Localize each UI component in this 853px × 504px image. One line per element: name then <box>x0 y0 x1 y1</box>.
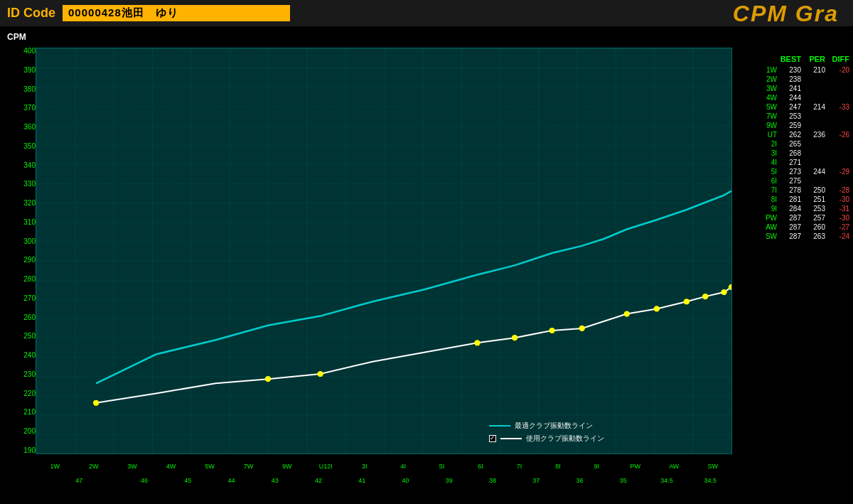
data-row-aw: AW287260-27 <box>736 223 849 231</box>
row-per-13: 250 <box>804 186 825 194</box>
row-club-17: AW <box>761 223 777 231</box>
x-club-3w: 3W <box>113 463 151 470</box>
x-club-3i: 3I <box>345 463 384 470</box>
legend-line-cyan <box>489 425 510 427</box>
row-per-17: 260 <box>804 223 825 231</box>
data-point <box>474 340 480 345</box>
col-header-diff: DIFF <box>828 55 849 63</box>
row-diff-17: -27 <box>828 223 849 231</box>
row-diff-14: -30 <box>828 195 849 203</box>
x-club-u12i: U12I <box>306 463 345 470</box>
y-label-230: 230 <box>23 371 36 378</box>
y-label-290: 290 <box>23 257 36 264</box>
data-point <box>549 328 554 333</box>
row-best-17: 287 <box>780 223 801 231</box>
col-header-per: PER <box>804 55 825 63</box>
y-label-210: 210 <box>23 409 36 416</box>
row-best-3: 244 <box>780 94 801 102</box>
x-club-7i: 7I <box>500 463 538 470</box>
row-best-10: 271 <box>780 159 801 166</box>
data-row-2w: 2W238 <box>736 75 849 83</box>
right-panel: BEST PER DIFF 1W230210-202W2383W2414W244… <box>732 26 853 504</box>
header: ID Code 00000428池田 ゆり CPM Gra <box>0 0 853 26</box>
x-club-pw: PW <box>616 463 655 470</box>
y-label-350: 350 <box>23 143 36 150</box>
row-club-13: 7I <box>761 186 777 194</box>
data-point <box>317 371 323 377</box>
x-num-345b: 34.5 <box>689 477 732 484</box>
chart-container: CPM <box>0 26 732 504</box>
x-club-6i: 6I <box>461 463 500 470</box>
y-label-190: 190 <box>23 447 36 454</box>
x-num-47: 47 <box>36 477 123 484</box>
x-num-39: 39 <box>427 477 471 484</box>
x-club-7w: 7W <box>229 463 267 470</box>
row-per-15: 253 <box>804 205 825 213</box>
row-per-11: 244 <box>804 168 825 176</box>
legend-checkbox <box>489 435 496 442</box>
row-club-11: 5I <box>761 168 777 176</box>
legend-cyan: 最適クラブ振動数ライン <box>489 421 604 431</box>
row-club-1: 2W <box>761 75 777 83</box>
x-club-1w: 1W <box>36 463 74 470</box>
row-best-12: 275 <box>780 177 801 185</box>
row-club-6: 9W <box>761 122 777 129</box>
legend-white: 使用クラブ振動数ライン <box>489 434 604 444</box>
data-rows: 1W230210-202W2383W2414W2445W247214-337W2… <box>736 66 849 242</box>
row-best-14: 281 <box>780 195 801 203</box>
y-label-400: 400 <box>23 48 36 55</box>
x-club-4w: 4W <box>151 463 190 470</box>
data-row-9w: 9W259 <box>736 122 849 129</box>
y-label-330: 330 <box>23 181 36 188</box>
data-row-ut: UT262236-26 <box>736 131 849 139</box>
row-best-4: 247 <box>780 103 801 111</box>
row-club-14: 8I <box>761 195 777 203</box>
x-num-38: 38 <box>471 477 515 484</box>
x-num-46: 46 <box>123 477 166 484</box>
row-diff-13: -28 <box>828 186 849 194</box>
chart-area <box>36 48 732 454</box>
y-label-270: 270 <box>23 295 36 302</box>
y-label-360: 360 <box>23 124 36 131</box>
row-club-7: UT <box>761 131 777 139</box>
svg-rect-2 <box>36 48 731 454</box>
data-point <box>684 299 690 304</box>
row-per-4: 214 <box>804 103 825 111</box>
x-club-4i: 4I <box>384 463 422 470</box>
row-per-0: 210 <box>804 66 825 74</box>
data-row-4w: 4W244 <box>736 94 849 102</box>
x-num-345a: 34.5 <box>645 477 689 484</box>
row-best-6: 259 <box>780 122 801 129</box>
legend: 最適クラブ振動数ライン 使用クラブ振動数ライン <box>489 421 604 444</box>
x-num-42: 42 <box>297 477 340 484</box>
row-club-2: 3W <box>761 85 777 92</box>
row-best-16: 287 <box>780 214 801 222</box>
data-row-2i: 2I265 <box>736 140 849 148</box>
id-code-value: 00000428池田 ゆり <box>63 5 290 21</box>
data-point <box>702 294 708 299</box>
row-best-5: 253 <box>780 112 801 120</box>
row-per-16: 257 <box>804 214 825 222</box>
row-best-0: 230 <box>780 66 801 74</box>
y-label-320: 320 <box>23 200 36 207</box>
x-num-37: 37 <box>515 477 558 484</box>
data-row-pw: PW287257-30 <box>736 214 849 222</box>
row-per-7: 236 <box>804 131 825 139</box>
x-club-2w: 2W <box>74 463 112 470</box>
row-club-4: 5W <box>761 103 777 111</box>
row-diff-18: -24 <box>828 232 849 240</box>
x-club-5w: 5W <box>191 463 229 470</box>
data-point <box>512 335 517 341</box>
x-club-aw: AW <box>655 463 693 470</box>
row-diff-4: -33 <box>828 103 849 111</box>
y-label-240: 240 <box>23 352 36 359</box>
legend-cyan-label: 最適クラブ振動数ライン <box>515 421 593 431</box>
row-club-15: 9I <box>761 205 777 213</box>
x-club-8i: 8I <box>539 463 577 470</box>
row-best-8: 265 <box>780 140 801 148</box>
row-diff-15: -31 <box>828 205 849 213</box>
chart-svg <box>36 48 731 454</box>
y-label-300: 300 <box>23 238 36 245</box>
row-club-10: 4I <box>761 159 777 166</box>
x-club-sw: SW <box>693 463 731 470</box>
